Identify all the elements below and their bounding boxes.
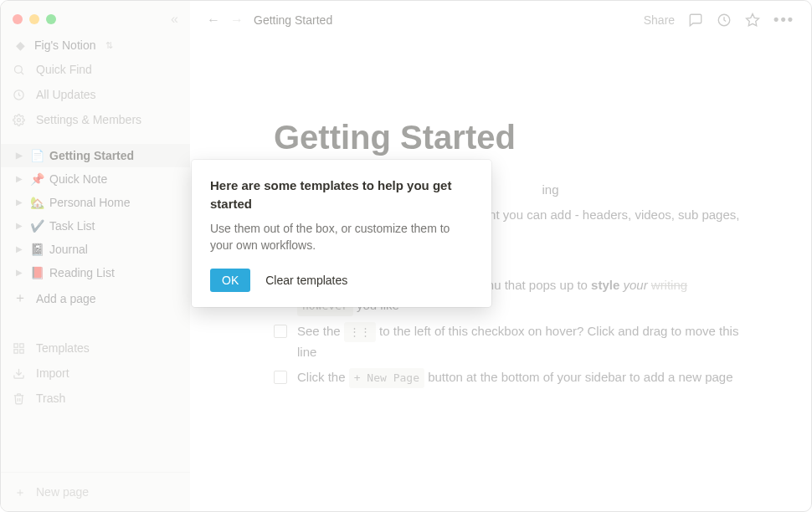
page-emoji: 📕 bbox=[29, 264, 44, 282]
share-button[interactable]: Share bbox=[644, 13, 675, 27]
minimize-window-icon[interactable] bbox=[29, 14, 39, 24]
sidebar-page-journal[interactable]: ▶ 📓 Journal bbox=[1, 238, 190, 261]
clear-templates-button[interactable]: Clear templates bbox=[265, 274, 347, 287]
import-label: Import bbox=[36, 364, 69, 382]
collapse-sidebar-icon[interactable]: « bbox=[171, 12, 178, 27]
sidebar-page-personal-home[interactable]: ▶ 🏡 Personal Home bbox=[1, 191, 190, 214]
sidebar-page-task-list[interactable]: ▶ ✔️ Task List bbox=[1, 214, 190, 238]
download-icon bbox=[13, 367, 28, 380]
topbar: ← → Getting Started Share ••• bbox=[190, 1, 811, 38]
page-emoji: 📓 bbox=[29, 240, 44, 259]
page-emoji: 📌 bbox=[29, 170, 44, 188]
todo-item[interactable]: See the ⋮⋮ to the left of this checkbox … bbox=[274, 321, 744, 362]
maximize-window-icon[interactable] bbox=[46, 14, 56, 24]
nav-back-icon[interactable]: ← bbox=[207, 13, 220, 28]
settings-label: Settings & Members bbox=[36, 110, 141, 129]
modal-body: Use them out of the box, or customize th… bbox=[210, 220, 473, 254]
page-label: Task List bbox=[49, 217, 95, 235]
new-page-button[interactable]: ＋ New page bbox=[1, 473, 190, 511]
breadcrumb[interactable]: Getting Started bbox=[254, 13, 332, 27]
todo-item[interactable]: Click the + New Page button at the botto… bbox=[274, 367, 744, 388]
modal-title: Here are some templates to help you get … bbox=[210, 177, 473, 213]
page-emoji: 🏡 bbox=[29, 193, 44, 212]
add-page-button[interactable]: ＋ Add a page bbox=[1, 284, 190, 312]
svg-rect-7 bbox=[20, 349, 23, 352]
window-controls: « bbox=[1, 1, 190, 33]
svg-rect-6 bbox=[14, 349, 18, 352]
new-page-key: + New Page bbox=[349, 368, 424, 388]
svg-point-3 bbox=[18, 118, 21, 121]
gear-icon bbox=[13, 114, 28, 126]
workspace-icon: ◆ bbox=[13, 38, 28, 52]
clock-icon bbox=[13, 89, 28, 101]
svg-point-0 bbox=[15, 65, 23, 73]
comments-icon[interactable] bbox=[688, 13, 703, 28]
all-updates-label: All Updates bbox=[36, 85, 96, 104]
templates-label: Templates bbox=[36, 339, 90, 357]
sidebar-utilities: Templates Import Trash bbox=[1, 335, 190, 411]
svg-rect-4 bbox=[14, 343, 18, 346]
disclosure-triangle-icon[interactable]: ▶ bbox=[16, 193, 24, 212]
todo-text: Click the + New Page button at the botto… bbox=[297, 367, 733, 388]
disclosure-triangle-icon[interactable]: ▶ bbox=[16, 146, 24, 165]
nav-forward-icon[interactable]: → bbox=[230, 13, 244, 28]
drag-handle-key: ⋮⋮ bbox=[344, 322, 376, 342]
trash-icon bbox=[13, 392, 28, 405]
more-icon[interactable]: ••• bbox=[773, 11, 794, 28]
page-label: Journal bbox=[49, 240, 88, 259]
sidebar-page-quick-note[interactable]: ▶ 📌 Quick Note bbox=[1, 167, 190, 191]
svg-line-1 bbox=[21, 72, 23, 74]
settings-members[interactable]: Settings & Members bbox=[1, 107, 190, 132]
svg-marker-10 bbox=[747, 13, 759, 25]
page-label: Quick Note bbox=[49, 170, 107, 188]
all-updates[interactable]: All Updates bbox=[1, 82, 190, 107]
page-title[interactable]: Getting Started bbox=[274, 119, 744, 156]
trash-label: Trash bbox=[36, 389, 65, 407]
add-page-label: Add a page bbox=[36, 292, 96, 305]
workspace-name: Fig's Notion bbox=[34, 38, 95, 52]
trash-button[interactable]: Trash bbox=[1, 386, 190, 411]
plus-icon: ＋ bbox=[13, 289, 28, 307]
plus-icon: ＋ bbox=[13, 483, 28, 501]
templates-button[interactable]: Templates bbox=[1, 335, 190, 361]
disclosure-triangle-icon[interactable]: ▶ bbox=[16, 240, 24, 259]
svg-rect-5 bbox=[20, 343, 23, 346]
chevron-updown-icon: ⇅ bbox=[105, 40, 113, 51]
disclosure-triangle-icon[interactable]: ▶ bbox=[16, 264, 24, 282]
page-label: Reading List bbox=[49, 264, 115, 282]
ok-button[interactable]: OK bbox=[210, 269, 250, 292]
sidebar-pages: ▶ 📄 Getting Started ▶ 📌 Quick Note ▶ 🏡 P… bbox=[1, 144, 190, 312]
new-page-label: New page bbox=[36, 483, 89, 501]
disclosure-triangle-icon[interactable]: ▶ bbox=[16, 170, 24, 188]
sidebar: « ◆ Fig's Notion ⇅ Quick Find All Update… bbox=[1, 1, 190, 511]
sidebar-page-reading-list[interactable]: ▶ 📕 Reading List bbox=[1, 261, 190, 284]
page-label: Getting Started bbox=[49, 146, 134, 165]
templates-icon bbox=[13, 342, 28, 355]
workspace-switcher[interactable]: ◆ Fig's Notion ⇅ bbox=[1, 33, 190, 57]
topbar-actions: Share ••• bbox=[644, 11, 794, 28]
page-emoji: 📄 bbox=[29, 146, 44, 165]
favorite-icon[interactable] bbox=[745, 13, 760, 28]
checkbox[interactable] bbox=[274, 371, 287, 384]
quick-find[interactable]: Quick Find bbox=[1, 57, 190, 82]
page-emoji: ✔️ bbox=[29, 217, 44, 235]
page-label: Personal Home bbox=[49, 193, 131, 212]
modal-actions: OK Clear templates bbox=[210, 269, 473, 292]
close-window-icon[interactable] bbox=[13, 14, 23, 24]
history-icon[interactable] bbox=[717, 13, 732, 28]
templates-modal: Here are some templates to help you get … bbox=[192, 160, 491, 307]
checkbox[interactable] bbox=[274, 325, 287, 338]
sidebar-page-getting-started[interactable]: ▶ 📄 Getting Started bbox=[1, 144, 190, 167]
todo-text: See the ⋮⋮ to the left of this checkbox … bbox=[297, 321, 744, 362]
sidebar-footer: ＋ New page bbox=[1, 472, 190, 511]
quick-find-label: Quick Find bbox=[36, 60, 92, 79]
search-icon bbox=[13, 64, 28, 76]
disclosure-triangle-icon[interactable]: ▶ bbox=[16, 217, 24, 235]
import-button[interactable]: Import bbox=[1, 361, 190, 386]
